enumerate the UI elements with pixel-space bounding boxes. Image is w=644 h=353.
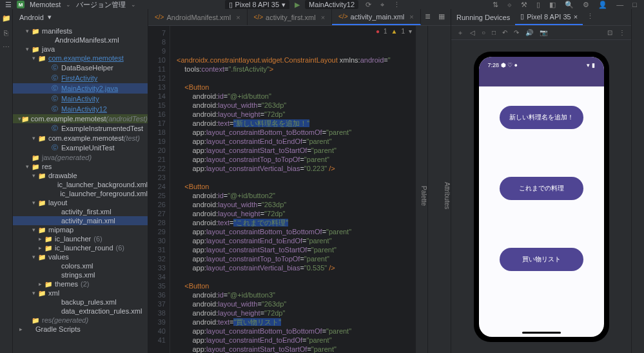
device-toolbar: ＋ ◁ ○ □ ↶ ↷ 🔊 📷 ⊡ ⋮ [451, 26, 631, 40]
rotate-left-icon[interactable]: ↶ [500, 29, 509, 36]
volume-icon[interactable]: 🔊 [523, 29, 535, 36]
tree-item[interactable]: ▾📁xml [13, 288, 148, 298]
left-tool-rail: 📁 ⎘ ⋯ [0, 9, 13, 353]
running-devices-tab[interactable]: Running Devices [451, 9, 515, 25]
tree-item[interactable]: 📁java (generated) [13, 153, 148, 162]
user-icon[interactable]: 👤 [596, 1, 609, 9]
sync-icon[interactable]: ⇅ [491, 1, 500, 9]
window-icon[interactable]: □ [630, 1, 639, 8]
tree-item[interactable]: ⒸExampleUnitTest [13, 143, 148, 153]
tree-item[interactable]: ▾📁layout [13, 198, 148, 207]
chevron-down-icon[interactable]: ⌄ [131, 1, 136, 8]
tree-item[interactable]: ic_launcher_foreground.xml [13, 189, 148, 198]
close-icon[interactable]: × [409, 13, 413, 21]
tree-item[interactable]: backup_rules.xml [13, 298, 148, 307]
split-mode-icon[interactable]: ≣ [421, 9, 434, 25]
code-editor[interactable]: ●1 ▲1 ▾ <androidx.constraintlayout.widge… [170, 26, 416, 353]
vcs-dropdown[interactable]: バージョン管理 [76, 0, 126, 10]
build-icon[interactable]: ⚒ [519, 1, 529, 9]
tree-item[interactable]: ▾📁java [13, 45, 148, 54]
device-selector[interactable]: ▯ Pixel 8 API 35 ▾ [225, 0, 290, 10]
tree-item[interactable]: ▾📁com.example.memotest (androidTest) [13, 114, 148, 123]
tree-item[interactable]: ⒸExampleInstrumentedTest [13, 123, 148, 134]
search-icon[interactable]: 🔍 [563, 1, 576, 9]
tree-item[interactable]: ▸📁themes(2) [13, 279, 148, 288]
chevron-down-icon[interactable]: ⌄ [66, 1, 71, 8]
device-screen[interactable]: 7:28 ⬢ ♡ ● ▾▮ 新しい料理名を追加！ これまでの料理 買い物リスト [479, 57, 604, 337]
tree-item[interactable]: strings.xml [13, 270, 148, 279]
project-view-selector[interactable]: Android ▾ [13, 9, 148, 25]
line-gutter: 7891011121314151617181920212223242526272… [148, 26, 170, 353]
inspection-summary[interactable]: ●1 ▲1 ▾ [376, 27, 412, 36]
tree-item[interactable]: AndroidManifest.xml [13, 35, 148, 45]
tree-item[interactable]: ic_launcher_background.xml [13, 180, 148, 189]
tree-item[interactable]: ▾📁values [13, 252, 148, 261]
editor-tab[interactable]: </>activity_first.xml× [248, 9, 333, 25]
app-button-2[interactable]: これまでの料理 [500, 177, 583, 200]
design-mode-icon[interactable]: ▦ [434, 9, 449, 25]
structure-tool-icon[interactable]: ⋯ [3, 43, 10, 52]
debug-icon[interactable]: ⌖ [378, 1, 386, 9]
more-icon[interactable]: ⋮ [617, 29, 627, 36]
home-icon[interactable]: ○ [480, 29, 487, 36]
tree-item[interactable]: activity_first.xml [13, 207, 148, 216]
plus-icon[interactable]: ＋ [455, 28, 465, 37]
avd-icon[interactable]: ▯ [534, 1, 542, 9]
close-icon[interactable]: × [321, 14, 325, 21]
tree-item[interactable]: ▸📁ic_launcher_round(6) [13, 243, 148, 252]
more-icon[interactable]: ⋮ [583, 9, 598, 25]
tree-item[interactable]: ⒸDataBaseHelper [13, 63, 148, 73]
project-tool-icon[interactable]: 📁 [2, 14, 11, 23]
commit-tool-icon[interactable]: ⎘ [4, 29, 8, 37]
run-config-selector[interactable]: MainActivity12 [305, 0, 358, 9]
tree-item[interactable]: ▾📁drawable [13, 171, 148, 180]
editor-tabs: </>AndroidManifest.xml×</>activity_first… [148, 9, 451, 26]
tree-item[interactable]: ▾📁com.example.memotest (test) [13, 134, 148, 143]
chevron-icon: ▾ [409, 27, 412, 36]
zoom-icon[interactable]: ⊡ [605, 29, 614, 36]
main-menu-icon[interactable]: ☰ [5, 1, 12, 9]
project-name[interactable]: Memotest [30, 1, 61, 8]
tree-item[interactable]: ▸📁ic_launcher(6) [13, 234, 148, 243]
tree-item[interactable]: activity_main.xml [13, 216, 148, 225]
device-tab[interactable]: ▯ Pixel 8 API 35 × [515, 9, 583, 25]
palette-tab[interactable]: Palette [416, 26, 427, 353]
tree-item[interactable]: ▾📁manifests [13, 26, 148, 35]
code-icon[interactable]: ⟐ [505, 1, 514, 8]
project-tree: ▾📁manifestsAndroidManifest.xml▾📁java▾📁co… [13, 25, 148, 335]
refresh-icon[interactable]: ⟳ [364, 1, 373, 9]
back-icon[interactable]: ◁ [468, 29, 477, 36]
editor-tab[interactable]: </>activity_main.xml× [332, 9, 421, 25]
editor-tab[interactable]: </>AndroidManifest.xml× [148, 9, 248, 25]
app-button-3[interactable]: 買い物リスト [500, 248, 583, 271]
attributes-tab[interactable]: Attributes [439, 26, 451, 353]
tree-item[interactable]: ⒸMainActivity2.java [13, 83, 148, 94]
tree-item[interactable]: 📁res (generated) [13, 316, 148, 325]
phone-icon: ▯ [229, 1, 233, 9]
chevron-down-icon: ▾ [282, 1, 286, 9]
tree-item[interactable]: ▸Gradle Scripts [13, 325, 148, 334]
close-icon[interactable]: × [574, 13, 578, 21]
window-icon[interactable]: — [614, 1, 625, 8]
overview-icon[interactable]: □ [490, 29, 498, 36]
tree-item[interactable]: ⒸFirstActivity [13, 73, 148, 83]
tree-item[interactable]: data_extraction_rules.xml [13, 307, 148, 316]
project-sidebar: Android ▾ ▾📁manifestsAndroidManifest.xml… [13, 9, 148, 353]
settings-icon[interactable]: ⚙ [581, 1, 591, 9]
tree-item[interactable]: ▾📁mipmap [13, 225, 148, 234]
tree-item[interactable]: ⒸMainActivity [13, 94, 148, 104]
rotate-right-icon[interactable]: ↷ [512, 29, 521, 36]
sdk-icon[interactable]: ◧ [547, 1, 558, 9]
tree-item[interactable]: ⒸMainActivity12 [13, 104, 148, 114]
close-icon[interactable]: × [236, 14, 240, 21]
tree-item[interactable]: colors.xml [13, 261, 148, 270]
run-icon[interactable]: ▶ [295, 1, 300, 9]
tree-item[interactable]: ▾📁com.example.memotest [13, 54, 148, 63]
project-icon[interactable]: M [17, 1, 24, 8]
titlebar: ☰ M Memotest ⌄ バージョン管理 ⌄ ▯ Pixel 8 API 3… [0, 0, 644, 9]
camera-icon[interactable]: 📷 [538, 29, 549, 36]
app-button-1[interactable]: 新しい料理名を追加！ [500, 106, 583, 129]
editor-area: </>AndroidManifest.xml×</>activity_first… [148, 9, 451, 353]
tree-item[interactable]: ▾📁res [13, 162, 148, 171]
more-icon[interactable]: ⋮ [391, 1, 402, 9]
